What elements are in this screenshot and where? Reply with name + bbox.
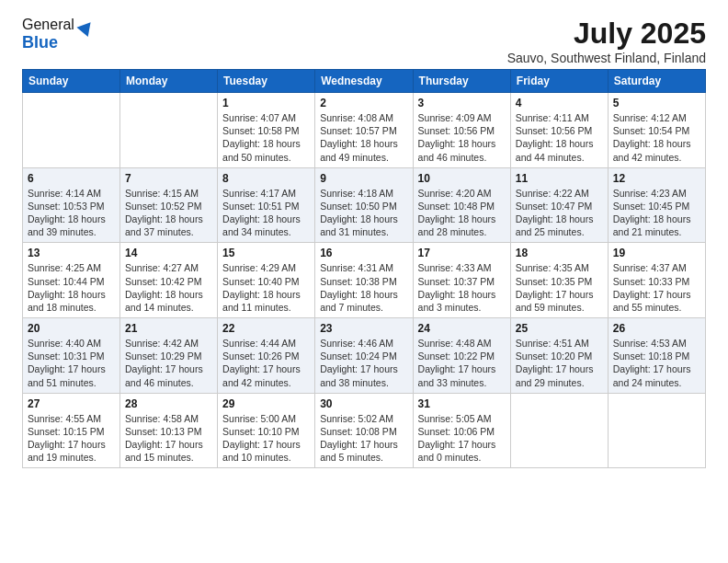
day-detail: Sunrise: 4:48 AM Sunset: 10:22 PM Daylig… xyxy=(418,337,506,389)
calendar-cell: 3Sunrise: 4:09 AM Sunset: 10:56 PM Dayli… xyxy=(413,93,510,168)
weekday-header-sunday: Sunday xyxy=(23,70,120,93)
day-number: 20 xyxy=(28,322,115,335)
calendar-cell: 9Sunrise: 4:18 AM Sunset: 10:50 PM Dayli… xyxy=(315,167,413,243)
header: General Blue July 2025 Sauvo, Southwest … xyxy=(22,17,706,65)
calendar-cell: 16Sunrise: 4:31 AM Sunset: 10:38 PM Dayl… xyxy=(315,243,413,318)
day-detail: Sunrise: 4:31 AM Sunset: 10:38 PM Daylig… xyxy=(320,261,407,314)
day-detail: Sunrise: 4:51 AM Sunset: 10:20 PM Daylig… xyxy=(516,337,603,389)
day-detail: Sunrise: 4:58 AM Sunset: 10:13 PM Daylig… xyxy=(125,412,212,465)
logo-blue-text: Blue xyxy=(22,33,58,52)
calendar-cell xyxy=(23,93,120,168)
calendar-cell: 6Sunrise: 4:14 AM Sunset: 10:53 PM Dayli… xyxy=(23,167,120,243)
weekday-header-saturday: Saturday xyxy=(608,70,705,93)
calendar-cell: 25Sunrise: 4:51 AM Sunset: 10:20 PM Dayl… xyxy=(510,318,608,394)
calendar-cell: 1Sunrise: 4:07 AM Sunset: 10:58 PM Dayli… xyxy=(218,93,315,168)
day-detail: Sunrise: 5:02 AM Sunset: 10:08 PM Daylig… xyxy=(320,412,407,465)
calendar-cell: 21Sunrise: 4:42 AM Sunset: 10:29 PM Dayl… xyxy=(120,318,218,394)
day-number: 7 xyxy=(125,172,212,185)
calendar-cell: 19Sunrise: 4:37 AM Sunset: 10:33 PM Dayl… xyxy=(608,243,705,318)
day-detail: Sunrise: 4:11 AM Sunset: 10:56 PM Daylig… xyxy=(516,111,603,164)
day-number: 1 xyxy=(222,97,310,109)
day-detail: Sunrise: 4:55 AM Sunset: 10:15 PM Daylig… xyxy=(28,412,115,465)
calendar-cell xyxy=(120,93,218,168)
day-detail: Sunrise: 4:44 AM Sunset: 10:26 PM Daylig… xyxy=(222,337,310,389)
day-number: 31 xyxy=(418,397,506,410)
calendar-table: SundayMondayTuesdayWednesdayThursdayFrid… xyxy=(22,69,706,468)
day-detail: Sunrise: 4:25 AM Sunset: 10:44 PM Daylig… xyxy=(28,261,115,314)
day-detail: Sunrise: 4:15 AM Sunset: 10:52 PM Daylig… xyxy=(125,187,212,239)
day-number: 18 xyxy=(516,247,603,259)
calendar-cell: 11Sunrise: 4:22 AM Sunset: 10:47 PM Dayl… xyxy=(510,167,608,243)
page: General Blue July 2025 Sauvo, Southwest … xyxy=(0,0,728,563)
day-detail: Sunrise: 4:12 AM Sunset: 10:54 PM Daylig… xyxy=(613,111,700,164)
calendar-week-2: 6Sunrise: 4:14 AM Sunset: 10:53 PM Dayli… xyxy=(23,167,706,243)
day-detail: Sunrise: 4:07 AM Sunset: 10:58 PM Daylig… xyxy=(222,111,310,164)
day-detail: Sunrise: 4:35 AM Sunset: 10:35 PM Daylig… xyxy=(516,261,603,314)
day-detail: Sunrise: 4:37 AM Sunset: 10:33 PM Daylig… xyxy=(613,261,700,314)
day-number: 19 xyxy=(613,247,700,259)
calendar-cell xyxy=(510,393,608,468)
calendar-cell: 4Sunrise: 4:11 AM Sunset: 10:56 PM Dayli… xyxy=(510,93,608,168)
day-number: 3 xyxy=(418,97,506,109)
calendar-cell: 26Sunrise: 4:53 AM Sunset: 10:18 PM Dayl… xyxy=(608,318,705,394)
calendar-cell: 10Sunrise: 4:20 AM Sunset: 10:48 PM Dayl… xyxy=(413,167,510,243)
page-title: July 2025 xyxy=(507,17,706,51)
day-number: 25 xyxy=(516,322,603,335)
day-number: 13 xyxy=(28,247,115,259)
day-detail: Sunrise: 4:14 AM Sunset: 10:53 PM Daylig… xyxy=(28,187,115,239)
logo: General Blue xyxy=(22,17,91,52)
day-number: 11 xyxy=(516,172,603,185)
day-detail: Sunrise: 4:29 AM Sunset: 10:40 PM Daylig… xyxy=(222,261,310,314)
calendar-cell: 13Sunrise: 4:25 AM Sunset: 10:44 PM Dayl… xyxy=(23,243,120,318)
day-number: 4 xyxy=(516,97,603,109)
day-detail: Sunrise: 4:17 AM Sunset: 10:51 PM Daylig… xyxy=(222,187,310,239)
day-number: 10 xyxy=(418,172,506,185)
day-detail: Sunrise: 4:46 AM Sunset: 10:24 PM Daylig… xyxy=(320,337,407,389)
day-detail: Sunrise: 4:23 AM Sunset: 10:45 PM Daylig… xyxy=(613,187,700,239)
location-subtitle: Sauvo, Southwest Finland, Finland xyxy=(507,51,706,65)
calendar-cell: 22Sunrise: 4:44 AM Sunset: 10:26 PM Dayl… xyxy=(218,318,315,394)
calendar-cell: 17Sunrise: 4:33 AM Sunset: 10:37 PM Dayl… xyxy=(413,243,510,318)
day-number: 6 xyxy=(28,172,115,185)
day-number: 14 xyxy=(125,247,212,259)
day-detail: Sunrise: 4:33 AM Sunset: 10:37 PM Daylig… xyxy=(418,261,506,314)
calendar-cell: 5Sunrise: 4:12 AM Sunset: 10:54 PM Dayli… xyxy=(608,93,705,168)
day-detail: Sunrise: 5:05 AM Sunset: 10:06 PM Daylig… xyxy=(418,412,506,465)
day-number: 16 xyxy=(320,247,407,259)
day-number: 15 xyxy=(222,247,310,259)
calendar-cell: 23Sunrise: 4:46 AM Sunset: 10:24 PM Dayl… xyxy=(315,318,413,394)
weekday-header-monday: Monday xyxy=(120,70,218,93)
calendar-week-3: 13Sunrise: 4:25 AM Sunset: 10:44 PM Dayl… xyxy=(23,243,706,318)
logo-general-text: General xyxy=(22,17,74,33)
calendar-cell xyxy=(608,393,705,468)
logo-triangle-icon xyxy=(76,17,96,37)
day-detail: Sunrise: 4:22 AM Sunset: 10:47 PM Daylig… xyxy=(516,187,603,239)
weekday-header-row: SundayMondayTuesdayWednesdayThursdayFrid… xyxy=(23,70,706,93)
calendar-cell: 27Sunrise: 4:55 AM Sunset: 10:15 PM Dayl… xyxy=(23,393,120,468)
day-detail: Sunrise: 4:53 AM Sunset: 10:18 PM Daylig… xyxy=(613,337,700,389)
title-block: July 2025 Sauvo, Southwest Finland, Finl… xyxy=(507,17,706,65)
calendar-cell: 12Sunrise: 4:23 AM Sunset: 10:45 PM Dayl… xyxy=(608,167,705,243)
day-number: 12 xyxy=(613,172,700,185)
day-number: 17 xyxy=(418,247,506,259)
calendar-week-5: 27Sunrise: 4:55 AM Sunset: 10:15 PM Dayl… xyxy=(23,393,706,468)
calendar-cell: 29Sunrise: 5:00 AM Sunset: 10:10 PM Dayl… xyxy=(218,393,315,468)
day-detail: Sunrise: 4:18 AM Sunset: 10:50 PM Daylig… xyxy=(320,187,407,239)
day-number: 28 xyxy=(125,397,212,410)
day-number: 8 xyxy=(222,172,310,185)
calendar-cell: 14Sunrise: 4:27 AM Sunset: 10:42 PM Dayl… xyxy=(120,243,218,318)
day-detail: Sunrise: 4:20 AM Sunset: 10:48 PM Daylig… xyxy=(418,187,506,239)
day-number: 27 xyxy=(28,397,115,410)
calendar-cell: 30Sunrise: 5:02 AM Sunset: 10:08 PM Dayl… xyxy=(315,393,413,468)
day-number: 23 xyxy=(320,322,407,335)
calendar-cell: 8Sunrise: 4:17 AM Sunset: 10:51 PM Dayli… xyxy=(218,167,315,243)
day-number: 26 xyxy=(613,322,700,335)
day-number: 9 xyxy=(320,172,407,185)
day-number: 30 xyxy=(320,397,407,410)
day-detail: Sunrise: 4:27 AM Sunset: 10:42 PM Daylig… xyxy=(125,261,212,314)
day-detail: Sunrise: 4:08 AM Sunset: 10:57 PM Daylig… xyxy=(320,111,407,164)
day-number: 21 xyxy=(125,322,212,335)
day-detail: Sunrise: 5:00 AM Sunset: 10:10 PM Daylig… xyxy=(222,412,310,465)
weekday-header-tuesday: Tuesday xyxy=(218,70,315,93)
day-detail: Sunrise: 4:09 AM Sunset: 10:56 PM Daylig… xyxy=(418,111,506,164)
